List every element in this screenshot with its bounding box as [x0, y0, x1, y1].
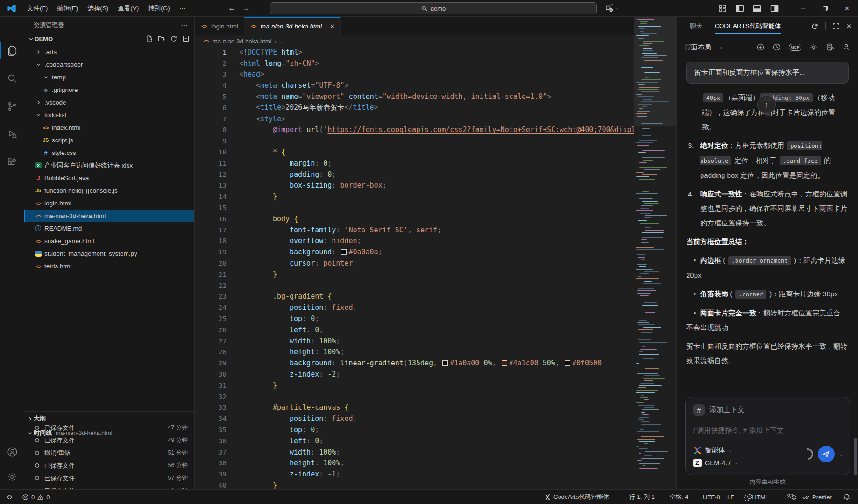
- timeline-item[interactable]: 已保存文件47 分钟: [24, 421, 194, 434]
- new-file-icon[interactable]: [146, 35, 153, 42]
- timeline-item[interactable]: 已保存文件57 分钟: [24, 472, 194, 484]
- eol-status[interactable]: LF: [725, 490, 737, 504]
- codearts-status[interactable]: CodeArts代码智能体: [542, 490, 611, 504]
- minimap[interactable]: [634, 17, 676, 489]
- customize-layout-icon[interactable]: [718, 4, 727, 13]
- menu-item[interactable]: 转到(G): [143, 2, 175, 14]
- tree-file-row[interactable]: <>snake_game.html: [24, 235, 194, 247]
- window-restore-button[interactable]: [814, 0, 836, 17]
- code-line: 21}: [195, 269, 634, 280]
- tree-file-row[interactable]: X产业园客户访问偏好统计表.xlsx: [24, 159, 194, 172]
- model-selector[interactable]: Z GLM-4.7 ⌄: [693, 456, 738, 469]
- tree-file-row[interactable]: ◆.gitignore: [24, 84, 194, 96]
- toggle-bottom-panel-icon[interactable]: [752, 4, 762, 13]
- maximize-panel-icon[interactable]: [832, 22, 840, 30]
- menu-item[interactable]: 文件(F): [22, 2, 52, 14]
- gear-icon[interactable]: [809, 43, 818, 51]
- tree-folder-row[interactable]: temp: [24, 71, 194, 84]
- command-center-search[interactable]: demo: [270, 2, 597, 14]
- prettier-status[interactable]: Prettier: [800, 490, 834, 504]
- chat-input-placeholder[interactable]: / 调用快捷指令, # 添加上下文: [693, 426, 842, 435]
- tree-file-row[interactable]: <>index.html: [24, 121, 194, 134]
- chevron-right-icon: [35, 99, 42, 106]
- close-tab-icon[interactable]: ✕: [330, 23, 335, 30]
- activity-search-button[interactable]: [0, 67, 24, 90]
- code-line: 9: [195, 135, 634, 147]
- tree-folder-row[interactable]: .codeartsdoer: [24, 58, 194, 71]
- tab-codearts-agent[interactable]: CODEARTS代码智能体: [715, 17, 781, 35]
- tree-file-row[interactable]: JSfunction hello( ){console.js: [24, 184, 194, 197]
- tree-folder-row[interactable]: .vscode: [24, 96, 194, 109]
- activity-run-debug-button[interactable]: [0, 123, 24, 146]
- session-title[interactable]: 背面布局...›: [684, 43, 722, 52]
- add-context-button[interactable]: #: [693, 404, 705, 416]
- language-mode-status[interactable]: { }× HTML: [742, 490, 771, 504]
- menu-item[interactable]: 选择(S): [83, 2, 113, 14]
- tree-file-row[interactable]: <>tetris.html: [24, 260, 194, 273]
- menu-item[interactable]: ⋯: [175, 3, 191, 14]
- rules-note-icon[interactable]: [826, 43, 834, 51]
- tab-chat[interactable]: 聊天: [690, 17, 702, 35]
- nav-forward-button[interactable]: →: [242, 4, 250, 13]
- tree-file-row[interactable]: JSscript.js: [24, 134, 194, 147]
- activity-account-button[interactable]: [0, 441, 24, 463]
- line-number: 27: [195, 337, 239, 345]
- menu-item[interactable]: 编辑(E): [52, 2, 83, 14]
- activity-settings-button[interactable]: [0, 466, 24, 488]
- explorer-sidebar: 资源管理器 ⋯ DEMO .arts.codeartsdoertemp◆.git…: [24, 17, 195, 489]
- scroll-to-top-button[interactable]: ↑: [757, 95, 776, 114]
- code-line: 20cursor: pointer;: [195, 258, 634, 269]
- tree-file-row[interactable]: <>ma-nian-3d-heka.html: [24, 210, 194, 222]
- java-file-icon: J: [35, 175, 42, 182]
- tree-file-row[interactable]: <>login.html: [24, 197, 194, 210]
- tree-folder-row[interactable]: todo-list: [24, 109, 194, 121]
- chat-input-box[interactable]: # 添加上下文 / 调用快捷指令, # 添加上下文 智能体 ⌄ Z: [685, 397, 850, 475]
- activity-explorer-button[interactable]: [0, 39, 24, 62]
- error-icon: [22, 494, 29, 501]
- activity-source-control-button[interactable]: [0, 95, 24, 118]
- timeline-item[interactable]: 已保存文件56 分钟: [24, 459, 194, 472]
- refresh-icon[interactable]: [811, 22, 819, 30]
- encoding-status[interactable]: UTF-8: [701, 490, 723, 504]
- new-chat-icon[interactable]: [756, 43, 765, 51]
- tree-file-row[interactable]: JBubbleSort.java: [24, 172, 194, 184]
- sync-status-button[interactable]: ⌄: [605, 3, 619, 13]
- new-folder-icon[interactable]: [158, 35, 165, 42]
- indentation-status[interactable]: 空格: 4: [667, 490, 690, 504]
- notifications-bell[interactable]: [841, 490, 853, 504]
- refresh-icon[interactable]: [170, 35, 177, 42]
- history-icon[interactable]: [773, 43, 781, 51]
- timeline-item[interactable]: 已保存文件49 分钟: [24, 434, 194, 447]
- send-button[interactable]: [818, 446, 835, 462]
- person-icon[interactable]: [842, 43, 851, 51]
- tab-login-html[interactable]: <> login.html: [195, 17, 244, 35]
- tree-file-row[interactable]: ⓘREADME.md: [24, 222, 194, 235]
- chat-scrollbar[interactable]: [854, 438, 857, 475]
- timeline-item[interactable]: 撤消/重做51 分钟: [24, 447, 194, 459]
- tree-file-row[interactable]: student_management_system.py: [24, 247, 194, 260]
- toggle-right-sidebar-icon[interactable]: [770, 4, 779, 13]
- remote-indicator[interactable]: [4, 490, 15, 504]
- problems-status[interactable]: 0 0: [20, 490, 52, 504]
- toggle-left-sidebar-icon[interactable]: [735, 4, 745, 13]
- window-close-button[interactable]: ✕: [836, 0, 858, 17]
- mcp-icon[interactable]: MCP: [789, 44, 801, 51]
- collapse-all-icon[interactable]: [182, 35, 190, 42]
- menu-item[interactable]: 查看(V): [113, 2, 143, 14]
- breadcrumb[interactable]: <> ma-nian-3d-heka.html › ...: [195, 35, 676, 47]
- code-line: 29background: linear-gradient(135deg, #1…: [195, 357, 634, 369]
- tree-folder-row[interactable]: .arts: [24, 46, 194, 58]
- activity-extensions-button[interactable]: [0, 151, 24, 174]
- tab-ma-nian-3d-heka-html[interactable]: <> ma-nian-3d-heka.html ✕: [244, 17, 341, 35]
- tree-file-row[interactable]: #style.css: [24, 147, 194, 159]
- editor-code[interactable]: 1<!DOCTYPE html>2<html lang="zh-CN">3<he…: [195, 47, 634, 489]
- cursor-position[interactable]: 行 1, 列 1: [627, 490, 657, 504]
- send-options-chevron-icon[interactable]: ⌄: [839, 452, 843, 457]
- agent-selector[interactable]: 智能体 ⌄: [693, 444, 738, 456]
- close-panel-icon[interactable]: ✕: [846, 22, 851, 30]
- explorer-more-actions-icon[interactable]: ⋯: [181, 21, 188, 29]
- collaborators-status[interactable]: 2: [784, 490, 796, 504]
- explorer-root-row[interactable]: DEMO: [24, 33, 194, 44]
- nav-back-button[interactable]: ←: [228, 4, 236, 13]
- window-minimize-button[interactable]: ─: [792, 0, 814, 17]
